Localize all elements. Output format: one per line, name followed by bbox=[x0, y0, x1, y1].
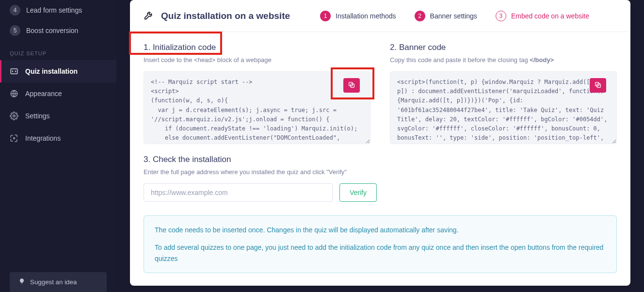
nav-label: Integrations bbox=[25, 134, 61, 142]
card-header: Quiz installation on a website 1 Install… bbox=[130, 0, 630, 32]
info-box: The code needs to be inserted once. Chan… bbox=[144, 215, 617, 273]
init-code-textarea[interactable]: <!-- Marquiz script start --> <script> (… bbox=[144, 71, 370, 144]
install-card: Quiz installation on a website 1 Install… bbox=[130, 0, 630, 286]
info-text: To add several quizzes to one page, you … bbox=[155, 242, 606, 264]
tools-icon bbox=[144, 10, 154, 22]
section-title: 3. Check the installation bbox=[144, 155, 617, 164]
tab-label: Installation methods bbox=[336, 12, 396, 20]
sidebar-item-quiz-installation[interactable]: Quiz installation bbox=[0, 60, 116, 82]
step-label: Lead form settings bbox=[26, 6, 82, 14]
step-number-badge: 5 bbox=[10, 25, 20, 36]
section-title: 2. Banner code bbox=[390, 43, 617, 52]
tab-number-badge: 3 bbox=[496, 11, 506, 21]
check-installation-section: 3. Check the installation Enter the full… bbox=[144, 155, 617, 202]
gear-icon bbox=[10, 112, 18, 120]
step-label: Boost conversion bbox=[26, 27, 78, 34]
copy-icon bbox=[348, 81, 355, 90]
globe-icon bbox=[10, 89, 18, 98]
svg-point-2 bbox=[13, 115, 16, 117]
tab-label: Embed code on a website bbox=[511, 12, 589, 20]
sidebar-section-label: QUIZ SETUP bbox=[0, 41, 116, 60]
suggest-idea-button[interactable]: Suggest an idea bbox=[10, 272, 107, 292]
puzzle-icon bbox=[10, 134, 18, 143]
tab-banner-settings[interactable]: 2 Banner settings bbox=[415, 11, 477, 21]
tab-number-badge: 2 bbox=[415, 11, 425, 21]
section-subtitle: Insert code to the <head> block of a web… bbox=[144, 56, 370, 64]
copy-banner-code-button[interactable] bbox=[590, 78, 606, 93]
info-text: The code needs to be inserted once. Chan… bbox=[155, 225, 606, 235]
section-subtitle: Copy this code and paste it before the c… bbox=[390, 56, 617, 64]
sidebar-step-5[interactable]: 5 Boost conversion bbox=[0, 20, 116, 41]
copy-icon bbox=[594, 81, 602, 90]
sidebar-item-settings[interactable]: Settings bbox=[0, 105, 116, 127]
banner-code-section: 2. Banner code Copy this code and paste … bbox=[390, 43, 617, 144]
lightbulb-icon bbox=[18, 278, 25, 286]
nav-label: Quiz installation bbox=[25, 67, 78, 75]
tab-installation-methods[interactable]: 1 Installation methods bbox=[320, 11, 396, 21]
main-area: Quiz installation on a website 1 Install… bbox=[116, 0, 644, 292]
nav-label: Settings bbox=[25, 112, 50, 120]
card-title: Quiz installation on a website bbox=[161, 11, 290, 21]
sidebar-step-4[interactable]: 4 Lead form settings bbox=[0, 0, 116, 20]
sidebar: 4 Lead form settings 5 Boost conversion … bbox=[0, 0, 116, 292]
svg-point-3 bbox=[14, 138, 15, 139]
tab-label: Banner settings bbox=[430, 12, 477, 20]
verify-url-input[interactable] bbox=[144, 183, 333, 202]
card-body: 1. Initialization code Insert code to th… bbox=[130, 32, 630, 286]
sidebar-item-appearance[interactable]: Appearance bbox=[0, 82, 116, 105]
tab-number-badge: 1 bbox=[320, 11, 331, 21]
section-subtitle: Enter the full page address where you in… bbox=[144, 168, 617, 176]
code-icon bbox=[10, 67, 18, 76]
sidebar-item-integrations[interactable]: Integrations bbox=[0, 127, 116, 149]
suggest-label: Suggest an idea bbox=[30, 278, 77, 286]
verify-button[interactable]: Verify bbox=[339, 183, 377, 202]
nav-label: Appearance bbox=[25, 90, 62, 97]
copy-init-code-button[interactable] bbox=[343, 78, 360, 93]
banner-code-textarea[interactable]: <script>(function(t, p) {window.Marquiz … bbox=[390, 71, 617, 144]
section-title: 1. Initialization code bbox=[144, 43, 370, 52]
step-number-badge: 4 bbox=[10, 5, 20, 16]
initialization-code-section: 1. Initialization code Insert code to th… bbox=[144, 43, 370, 144]
tab-embed-code[interactable]: 3 Embed code on a website bbox=[496, 11, 589, 21]
